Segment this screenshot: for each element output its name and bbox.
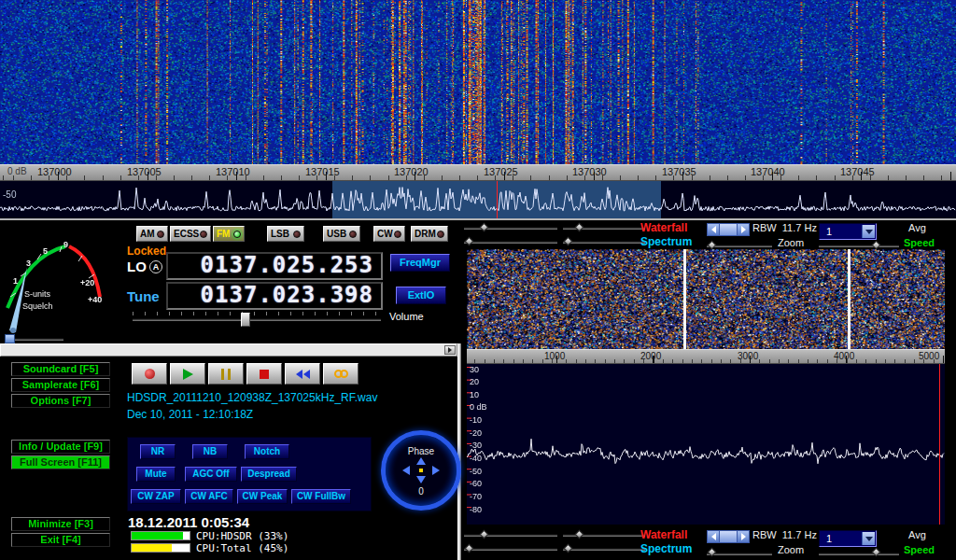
mode-fm-button[interactable]: FM — [213, 226, 245, 242]
extio-button[interactable]: ExtIO — [396, 287, 446, 304]
record-button[interactable] — [132, 363, 167, 385]
zoom-slider-thumb-top[interactable] — [708, 241, 717, 250]
soundcard-button[interactable]: Soundcard [F5] — [11, 362, 110, 376]
db-axis-top-label: 0 dB — [7, 166, 27, 176]
phase-down-arrow-icon — [416, 476, 426, 483]
mode-lsb-button[interactable]: LSB — [267, 226, 304, 242]
wf-brightness-thumb-top[interactable] — [480, 223, 489, 232]
avg-select-bottom[interactable]: 1 — [819, 530, 877, 547]
pan-scrollbar-bottom[interactable] — [707, 530, 750, 543]
avg-select-value-bottom: 1 — [826, 533, 832, 544]
volume-slider-ticks — [133, 312, 381, 315]
volume-slider-track[interactable] — [133, 318, 381, 321]
wf-brightness-track-bottom[interactable] — [464, 534, 557, 537]
mode-usb-button[interactable]: USB — [323, 226, 360, 242]
s-meter: 1 3 5 9 +20 +40 S-units Squelch — [2, 222, 123, 336]
full-screen-button[interactable]: Full Screen [F11] — [11, 455, 110, 469]
sp-brightness-thumb-bottom[interactable] — [465, 544, 474, 553]
freq-label-137015: 137015 — [305, 166, 340, 177]
cpu-total-bar — [131, 543, 190, 553]
main-waterfall-canvas[interactable] — [0, 0, 956, 164]
phase-indicator[interactable]: Phase 0 — [381, 430, 461, 511]
nr-button[interactable]: NR — [140, 444, 176, 459]
mode-cw-button[interactable]: CW — [373, 226, 405, 242]
zoom-waterfall-canvas[interactable] — [467, 249, 945, 349]
lo-a-badge[interactable]: A — [149, 260, 162, 273]
wf-contrast-thumb-top[interactable] — [575, 223, 584, 232]
main-frequency-ruler[interactable]: 0 dB 137000 137005 137010 137015 137020 … — [0, 164, 956, 181]
zoom-frequency-ruler[interactable]: 1000 2000 3000 4000 5000 — [467, 349, 945, 364]
sp-brightness-track-top[interactable] — [464, 241, 557, 244]
avg-label-bottom: Avg — [908, 529, 926, 540]
zoom-slider-track-bottom[interactable] — [707, 553, 772, 555]
pan-scrollbar-top[interactable] — [707, 223, 750, 236]
options-button[interactable]: Options [F7] — [11, 394, 110, 408]
cw-fullbw-button[interactable]: CW FullBw — [291, 489, 351, 504]
agc-button[interactable]: AGC Off — [185, 467, 237, 482]
speed-slider-track-top[interactable] — [819, 245, 899, 247]
mode-drm-button[interactable]: DRM — [411, 226, 448, 242]
samplerate-button[interactable]: Samplerate [F6] — [11, 378, 110, 392]
mode-ecss-label: ECSS — [174, 229, 199, 239]
loop-button[interactable] — [323, 363, 358, 385]
db-m80: -80 — [470, 505, 482, 514]
sp-contrast-thumb-bottom[interactable] — [564, 544, 573, 553]
freq-label-137035: 137035 — [662, 166, 696, 177]
mode-am-button[interactable]: AM — [136, 226, 168, 242]
mode-am-label: AM — [140, 229, 155, 239]
lo-frequency-display[interactable]: 0137.025.253 — [166, 252, 383, 280]
wf-brightness-track-top[interactable] — [464, 227, 557, 230]
mode-ecss-button[interactable]: ECSS — [170, 226, 211, 242]
squelch-label: Squelch — [22, 301, 53, 311]
sp-brightness-thumb-top[interactable] — [465, 237, 474, 246]
left-arrow-icon2 — [711, 533, 716, 540]
cw-peak-button[interactable]: CW Peak — [237, 489, 288, 504]
db-m70: -70 — [470, 492, 482, 501]
pan-right-button-bottom[interactable] — [737, 531, 749, 542]
cw-afc-button[interactable]: CW AFC — [185, 489, 233, 504]
zoom-spectrum-canvas[interactable] — [467, 364, 945, 525]
dropdown-arrow-icon — [865, 230, 873, 234]
splitter-arrow-button[interactable] — [444, 345, 456, 355]
mute-button[interactable]: Mute — [136, 467, 176, 482]
speed-label-top: Speed — [904, 237, 935, 248]
sp-contrast-thumb-top[interactable] — [564, 237, 573, 246]
rewind-button[interactable] — [285, 363, 320, 385]
rbw-label-bottom: RBW 11.7 Hz — [752, 529, 817, 540]
db-axis-mid-label: -50 — [3, 189, 16, 200]
exit-button[interactable]: Exit [F4] — [11, 533, 110, 547]
sp-contrast-track-top[interactable] — [563, 241, 645, 244]
cw-zap-button[interactable]: CW ZAP — [131, 489, 181, 504]
avg-select-arrow-bottom[interactable] — [862, 532, 875, 545]
info-update-button[interactable]: Info / Update [F9] — [11, 440, 110, 454]
sp-brightness-track-bottom[interactable] — [464, 548, 557, 551]
freqmgr-button[interactable]: FreqMgr — [390, 254, 450, 272]
stop-button[interactable] — [246, 363, 282, 385]
mode-lsb-led — [293, 231, 301, 238]
left-arrow-icon — [711, 226, 716, 233]
wf-brightness-thumb-bottom[interactable] — [480, 530, 489, 539]
pan-left-button-bottom[interactable] — [708, 531, 720, 542]
avg-select-top[interactable]: 1 — [819, 223, 877, 240]
sp-contrast-track-bottom[interactable] — [563, 548, 645, 551]
main-spectrum-canvas[interactable] — [0, 181, 956, 218]
horizontal-splitter[interactable] — [0, 343, 457, 357]
pause-button[interactable] — [208, 363, 244, 385]
speed-slider-track-bottom[interactable] — [819, 553, 899, 555]
play-button[interactable] — [170, 363, 205, 385]
nb-button[interactable]: NB — [192, 444, 228, 459]
despread-button[interactable]: Despread — [241, 467, 297, 482]
tune-frequency-display[interactable]: 0137.023.398 — [166, 282, 383, 310]
vertical-splitter[interactable] — [457, 343, 461, 560]
mode-am-led — [157, 231, 164, 238]
mode-ecss-led — [200, 231, 207, 238]
volume-slider-handle[interactable] — [241, 313, 250, 327]
notch-button[interactable]: Notch — [245, 444, 289, 459]
squelch-slider-handle[interactable] — [5, 334, 15, 343]
avg-select-arrow-top[interactable] — [862, 225, 875, 238]
wf-contrast-thumb-bottom[interactable] — [575, 530, 584, 539]
minimize-button[interactable]: Minimize [F3] — [11, 517, 110, 531]
pan-right-button-top[interactable] — [737, 224, 749, 235]
pan-left-button-top[interactable] — [708, 224, 720, 235]
speed-slider-thumb-top[interactable] — [872, 241, 881, 250]
